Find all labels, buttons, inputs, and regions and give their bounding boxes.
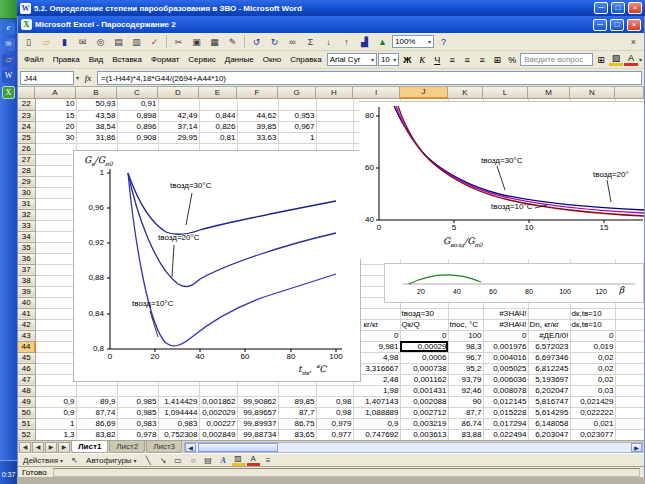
cell[interactable]: 0,747692	[353, 429, 400, 440]
cell[interactable]: #ДЕЛ/0!	[528, 330, 570, 341]
cell[interactable]	[35, 352, 76, 363]
print-button[interactable]: ▤	[110, 34, 127, 49]
menu-window[interactable]: Окно	[259, 53, 286, 66]
col-header-partial[interactable]	[615, 87, 644, 99]
cell[interactable]: 0,001976	[483, 341, 528, 352]
align-left-button[interactable]: ≡	[445, 53, 459, 67]
cell[interactable]	[615, 374, 644, 385]
wordart-button[interactable]: А	[217, 454, 230, 466]
row-header[interactable]: 27	[18, 154, 35, 165]
internet-explorer-icon[interactable]: e	[2, 22, 15, 35]
sort-ascending-button[interactable]: ↓	[320, 34, 337, 49]
cell[interactable]: 38,54	[76, 121, 117, 132]
cell[interactable]: 44,62	[237, 110, 278, 121]
cell[interactable]: 0,844	[199, 110, 237, 121]
col-header-h[interactable]: H	[316, 87, 353, 99]
cell[interactable]: 83,82	[76, 429, 117, 440]
cell[interactable]	[35, 363, 76, 374]
col-header-j[interactable]: J	[400, 87, 448, 99]
cell[interactable]	[35, 165, 76, 176]
open-button[interactable]: ▱	[38, 34, 55, 49]
italic-button[interactable]: К	[415, 53, 429, 67]
row-header[interactable]: 32	[18, 209, 35, 220]
formula-input[interactable]: =(1-H44)*4,18*G44/(2694+A44*10)	[97, 71, 642, 85]
cell[interactable]: 1,3	[35, 429, 76, 440]
percent-style-button[interactable]: %	[505, 53, 519, 67]
cell[interactable]	[35, 385, 76, 396]
row-header[interactable]: 52	[18, 429, 35, 440]
cell[interactable]: 0,022494	[483, 429, 528, 440]
cell[interactable]	[35, 275, 76, 286]
cell[interactable]	[528, 308, 570, 319]
menu-tools[interactable]: Сервис	[184, 53, 219, 66]
cell[interactable]: 0,021	[570, 418, 615, 429]
col-header-a[interactable]: A	[35, 87, 76, 99]
cell[interactable]	[237, 385, 278, 396]
row-header[interactable]: 35	[18, 242, 35, 253]
cell[interactable]: 0,978	[117, 429, 158, 440]
cell[interactable]: dк,tв=10	[570, 308, 615, 319]
cell[interactable]: 0,9	[35, 407, 76, 418]
line-tool-button[interactable]: ╲	[142, 454, 155, 466]
cell[interactable]: 0,002088	[400, 396, 448, 407]
cell[interactable]	[278, 385, 316, 396]
line-style-button[interactable]: ≡	[262, 454, 275, 466]
row-header[interactable]: 28	[18, 165, 35, 176]
cell[interactable]: 1	[278, 132, 316, 143]
chart-wizard-button[interactable]: ▟	[356, 34, 373, 49]
cell[interactable]: tвозд=30	[400, 308, 448, 319]
excel-taskbar-button[interactable]: X	[2, 86, 15, 99]
cell[interactable]: 33,63	[237, 132, 278, 143]
cell[interactable]	[615, 341, 644, 352]
cell[interactable]: 0,003219	[400, 418, 448, 429]
horizontal-scrollbar[interactable]: ◀ ▶	[184, 442, 643, 453]
select-all-corner[interactable]	[18, 87, 35, 99]
cell[interactable]: 37,14	[158, 121, 199, 132]
row-header[interactable]: 41	[18, 308, 35, 319]
cell[interactable]: 86,75	[278, 418, 316, 429]
cell[interactable]: 1,094444	[158, 407, 199, 418]
ask-question-input[interactable]: Введите вопрос	[520, 53, 593, 66]
col-header-c[interactable]: C	[117, 87, 158, 99]
row-header[interactable]: 51	[18, 418, 35, 429]
cell[interactable]	[35, 154, 76, 165]
excel-restore-button[interactable]: □	[610, 19, 624, 31]
cell[interactable]	[35, 231, 76, 242]
menu-format[interactable]: Формат	[147, 53, 183, 66]
cell[interactable]	[316, 110, 353, 121]
toolbar-options-icon[interactable]: ▾	[639, 56, 642, 63]
cell[interactable]: 86,69	[76, 418, 117, 429]
row-header[interactable]: 37	[18, 264, 35, 275]
menu-insert[interactable]: Вставка	[108, 53, 146, 66]
cell[interactable]: 0,023077	[570, 429, 615, 440]
sort-descending-button[interactable]: ↑	[338, 34, 355, 49]
cell[interactable]	[35, 198, 76, 209]
cell[interactable]: 0,004016	[483, 352, 528, 363]
cell[interactable]: 87,74	[76, 407, 117, 418]
cell[interactable]: 86,74	[448, 418, 483, 429]
fill-color-button[interactable]: ▨	[232, 454, 245, 466]
row-header[interactable]: 38	[18, 275, 35, 286]
cell[interactable]: 0,012145	[483, 396, 528, 407]
cell[interactable]: 0,983	[117, 418, 158, 429]
col-header-n[interactable]: N	[570, 87, 615, 99]
sheet-tab-list3[interactable]: Лист3	[146, 441, 182, 453]
cell[interactable]: 0,985	[117, 407, 158, 418]
cell[interactable]: 0,985	[117, 396, 158, 407]
cell[interactable]: 0,002029	[199, 407, 237, 418]
cell[interactable]	[35, 264, 76, 275]
cell[interactable]: 0,979	[316, 418, 353, 429]
cell[interactable]: 6,572023	[528, 341, 570, 352]
cell[interactable]: 0,001862	[199, 396, 237, 407]
merge-center-button[interactable]: ⊞	[490, 53, 504, 67]
cell[interactable]: 0,953	[278, 110, 316, 121]
row-header[interactable]: 43	[18, 330, 35, 341]
cell[interactable]	[158, 99, 199, 110]
cell[interactable]: 99,89657	[237, 407, 278, 418]
row-header[interactable]: 24	[18, 121, 35, 132]
next-sheet-button[interactable]: ▶	[45, 442, 57, 453]
cell[interactable]: 0,967	[278, 121, 316, 132]
undo-button[interactable]: ↺	[248, 34, 265, 49]
save-button[interactable]: ▮	[56, 34, 73, 49]
excel-minimize-button[interactable]: ─	[593, 19, 607, 31]
